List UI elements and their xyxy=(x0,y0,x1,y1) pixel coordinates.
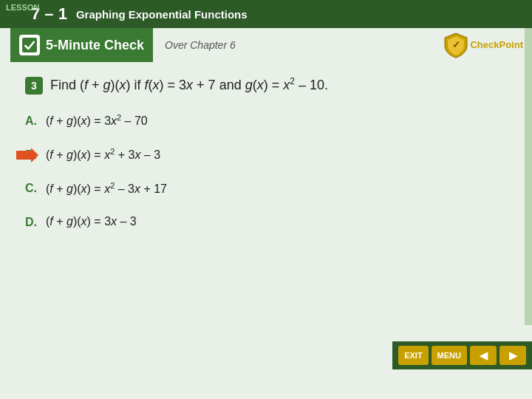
lesson-label: LESSON xyxy=(6,3,39,12)
answer-text-a: (f + g)(x) = 3x2 – 70 xyxy=(46,112,148,130)
header-bar: LESSON 7 – 1 Graphing Exponential Functi… xyxy=(0,0,532,28)
exit-button[interactable]: EXIT xyxy=(398,346,428,365)
question-text: Find (f + g)(x) if f(x) = 3x + 7 and g(x… xyxy=(50,75,328,95)
over-chapter: Over Chapter 6 xyxy=(153,28,433,62)
answers-section: A. (f + g)(x) = 3x2 – 70 B. (f + g)(x) =… xyxy=(10,112,532,231)
main-content: 5-Minute Check Over Chapter 6 ✓ CheckPoi… xyxy=(0,28,532,369)
question-area: 3 Find (f + g)(x) if f(x) = 3x + 7 and g… xyxy=(10,62,532,112)
question-row: 3 Find (f + g)(x) if f(x) = 3x + 7 and g… xyxy=(25,75,517,95)
answer-row-d: D. (f + g)(x) = 3x – 3 xyxy=(25,214,517,230)
answer-letter-a: A. xyxy=(25,115,46,128)
menu-button[interactable]: MENU xyxy=(432,346,467,365)
answer-letter-d: D. xyxy=(25,216,46,229)
checkpoint-shield-icon: ✓ xyxy=(442,31,470,59)
answer-row-c: C. (f + g)(x) = x2 – 3x + 17 xyxy=(25,180,517,198)
svg-rect-0 xyxy=(22,38,37,52)
answer-text-c: (f + g)(x) = x2 – 3x + 17 xyxy=(46,180,167,198)
back-button[interactable]: ◀ xyxy=(470,346,497,365)
answer-arrow-indicator xyxy=(16,148,38,163)
answer-row-b: B. (f + g)(x) = x2 + 3x – 3 xyxy=(25,146,517,164)
lesson-title: Graphing Exponential Functions xyxy=(76,8,248,21)
check-box: 5-Minute Check xyxy=(10,28,153,62)
banner-title: 5-Minute Check xyxy=(46,38,144,53)
checkpoint-text: CheckPoint xyxy=(470,39,523,51)
answer-text-d: (f + g)(x) = 3x – 3 xyxy=(46,214,137,230)
checkpoint-logo: ✓ CheckPoint xyxy=(433,28,532,62)
question-number-badge: 3 xyxy=(25,77,43,95)
answer-letter-c: C. xyxy=(25,182,46,195)
right-decorative-strip xyxy=(525,28,532,325)
answer-text-b: (f + g)(x) = x2 + 3x – 3 xyxy=(46,146,160,164)
answer-row-a: A. (f + g)(x) = 3x2 – 70 xyxy=(25,112,517,130)
svg-marker-2 xyxy=(16,148,38,163)
forward-button[interactable]: ▶ xyxy=(499,346,526,365)
check-banner: 5-Minute Check Over Chapter 6 ✓ CheckPoi… xyxy=(10,28,532,62)
check-icon xyxy=(19,35,40,55)
svg-text:✓: ✓ xyxy=(452,39,460,50)
bottom-nav: EXIT MENU ◀ ▶ xyxy=(392,341,532,369)
